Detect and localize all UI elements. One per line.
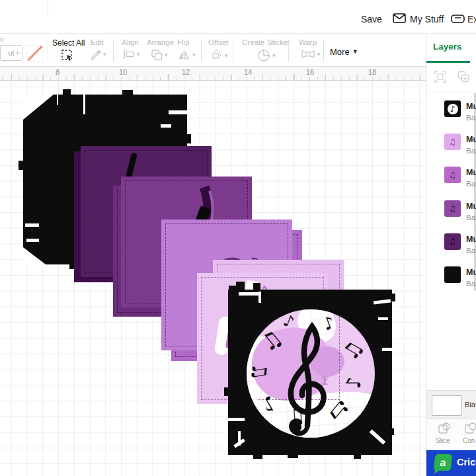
caret-down-icon: ▾ <box>165 52 168 58</box>
toolbar-separator <box>201 40 202 62</box>
my-stuff-button[interactable]: My Stuff <box>410 14 444 24</box>
slice-button[interactable] <box>438 422 451 435</box>
distress-mark <box>378 317 388 320</box>
ruler-number: 18 <box>368 68 376 76</box>
operation-dropdown[interactable]: ut ▾ <box>0 45 22 61</box>
layer-name: Mus <box>466 202 476 211</box>
ruler-number: 16 <box>306 68 314 76</box>
layer-row[interactable]: ♫ Mus Bas <box>426 134 476 163</box>
warp-icon <box>301 49 315 60</box>
distress-bump <box>19 161 24 170</box>
operation-value: ut <box>8 49 14 57</box>
layer-thumbnail <box>444 266 461 283</box>
layer-row[interactable]: ♪ Mus Bas <box>426 100 476 130</box>
align-button[interactable]: ▾ <box>123 49 140 60</box>
distress-bump <box>186 134 191 143</box>
save-button[interactable]: Save <box>361 14 382 24</box>
layer-operation: Bas <box>466 280 476 288</box>
music-circle-cutout: 1 ♫ ♫ ♪ ♫ ♫ ♪ ♫ ♪ ♪ <box>247 309 375 438</box>
more-button[interactable]: More ▼ <box>330 47 358 57</box>
color-swatch[interactable] <box>432 395 462 416</box>
layer-operation: Bas <box>466 114 476 122</box>
machine-icon[interactable] <box>451 15 465 23</box>
design-canvas[interactable]: ♪ ♫ ♪ ♪ <box>0 81 426 476</box>
layer-name: Mus <box>466 235 476 244</box>
caret-down-icon: ▼ <box>352 49 358 55</box>
machine-select-button[interactable]: Ex <box>467 14 476 24</box>
distress-bump <box>288 453 298 458</box>
top-bar: Save My Stuff Ex <box>0 0 476 34</box>
layer-row[interactable]: ♫ Mus Bas <box>426 200 476 229</box>
layer-name: Mus <box>466 135 476 144</box>
layer-thumbnail: ♫ <box>444 200 461 217</box>
ruler-number: 8 <box>56 68 60 76</box>
logo-letter: a <box>440 457 447 469</box>
caret-down-icon: ▾ <box>16 50 19 56</box>
duplicate-button[interactable] <box>457 71 469 83</box>
distress-bump <box>122 90 133 96</box>
ruler-number: 12 <box>182 68 190 76</box>
sticker-icon <box>257 49 270 62</box>
layer-actions-row: Slice Con <box>426 419 476 448</box>
group-button[interactable] <box>434 71 446 83</box>
distress-mark <box>23 247 46 264</box>
caret-down-icon: ▾ <box>225 53 228 59</box>
my-stuff-icon[interactable] <box>393 13 406 23</box>
select-all-button[interactable] <box>61 49 74 62</box>
distress-mark <box>239 292 260 296</box>
arrange-button[interactable]: ▾ <box>151 49 168 61</box>
more-label: More <box>330 47 350 57</box>
caret-down-icon: ▾ <box>137 52 140 58</box>
toolbar-separator <box>113 40 114 62</box>
ruler-number: 14 <box>244 68 252 76</box>
layer-row[interactable]: Mus Bas <box>426 266 476 296</box>
topbar-divider <box>48 0 48 17</box>
layer-row[interactable]: ♫ Mus Bas <box>426 167 476 196</box>
flip-icon <box>177 49 190 61</box>
offset-icon <box>210 49 223 62</box>
distress-bump <box>354 453 361 459</box>
create-sticker-button[interactable]: ▾ <box>257 49 276 62</box>
combine-icon <box>464 422 476 435</box>
layers-panel: Layers ♪ Mus Bas ♫ Mus Bas ♫ Mus Bas ♫ M… <box>426 34 476 476</box>
layer-thumbnail: ♫ <box>444 233 461 250</box>
distress-bump <box>224 387 229 396</box>
active-tab-underline <box>426 61 470 63</box>
pencil-icon <box>90 49 101 60</box>
distress-mark <box>382 348 395 351</box>
distress-mark <box>83 95 85 114</box>
caret-down-icon: ▾ <box>272 53 276 59</box>
tab-layers[interactable]: Layers <box>433 42 462 52</box>
layer-operation: Bas <box>466 214 476 221</box>
layer-thumbnail: ♫ <box>444 134 461 150</box>
edit-button[interactable]: ▾ <box>90 49 106 60</box>
cricut-logo-icon: a <box>434 454 453 471</box>
music-note-icon: ♫ <box>248 360 270 381</box>
layer-thumbnail: ♪ <box>444 100 461 117</box>
toolbar-separator <box>48 40 48 62</box>
color-swatch-line[interactable] <box>26 45 44 62</box>
distress-mark <box>258 292 261 303</box>
warp-button[interactable]: ▾ <box>301 49 321 60</box>
distress-mark <box>228 418 245 421</box>
layer-row[interactable]: ♫ Mus Bas <box>426 233 476 262</box>
edit-toolbar: n ut ▾ Select All Edit ▾ Align ▾ Arrange… <box>0 34 426 66</box>
combine-button[interactable] <box>464 422 476 435</box>
toolbar-separator <box>323 40 324 62</box>
slice-icon <box>438 422 451 435</box>
distress-mark <box>370 429 386 444</box>
distress-bump <box>253 452 262 459</box>
caret-down-icon: ▾ <box>317 52 321 58</box>
offset-button[interactable]: ▾ <box>210 49 228 62</box>
layer-operation: Bas <box>466 147 476 155</box>
distress-bump <box>253 283 260 291</box>
caret-down-icon: ▾ <box>192 52 196 58</box>
align-label: Align <box>122 38 139 46</box>
horizontal-ruler: 8 10 12 14 16 18 <box>0 66 426 81</box>
toolbar-separator <box>233 40 233 62</box>
flip-button[interactable]: ▾ <box>177 49 196 61</box>
distress-mark <box>169 110 188 114</box>
cricut-banner[interactable]: a Cricu <box>426 450 476 476</box>
arrange-label: Arrange <box>147 38 174 46</box>
canvas-object-black-music-circle[interactable]: 1 ♫ ♫ ♪ ♫ ♫ ♪ ♫ ♪ ♪ <box>228 290 392 455</box>
